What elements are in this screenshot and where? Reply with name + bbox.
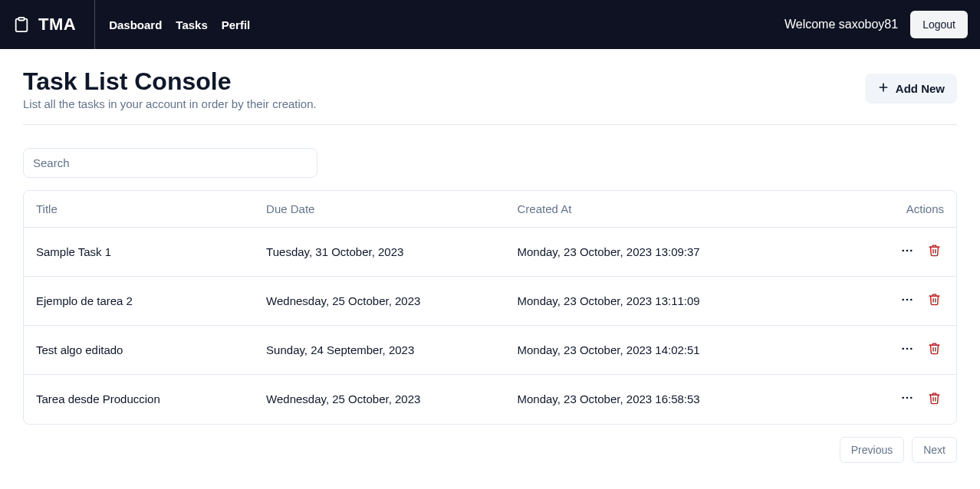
- cell-actions: [852, 241, 944, 263]
- svg-point-13: [906, 397, 909, 399]
- svg-point-6: [902, 298, 904, 300]
- cell-due: Wednesday, 25 October, 2023: [266, 392, 517, 405]
- page-subtitle: List all the tasks in your account in or…: [23, 97, 317, 110]
- table-row: Test algo editado Sunday, 24 September, …: [24, 326, 956, 375]
- svg-point-11: [910, 347, 913, 350]
- cell-created: Monday, 23 October, 2023 13:09:37: [517, 245, 852, 258]
- add-new-button[interactable]: Add New: [865, 74, 957, 103]
- ellipsis-icon: [900, 342, 914, 358]
- svg-point-5: [910, 249, 913, 251]
- logo-text: TMA: [38, 15, 76, 34]
- delete-button[interactable]: [925, 339, 944, 360]
- svg-point-12: [902, 397, 904, 399]
- column-header-title: Title: [36, 202, 266, 215]
- svg-point-10: [906, 347, 909, 350]
- column-header-actions: Actions: [852, 202, 944, 215]
- delete-button[interactable]: [925, 290, 944, 311]
- plus-icon: [877, 81, 890, 96]
- title-block: Task List Console List all the tasks in …: [23, 67, 317, 110]
- cell-created: Monday, 23 October, 2023 13:11:09: [517, 294, 852, 307]
- cell-actions: [852, 388, 944, 410]
- cell-created: Monday, 23 October, 2023 16:58:53: [517, 392, 852, 405]
- add-new-label: Add New: [896, 82, 945, 95]
- svg-point-9: [902, 347, 904, 350]
- search-input[interactable]: [23, 148, 317, 178]
- trash-icon: [928, 244, 941, 259]
- trash-icon: [928, 293, 941, 308]
- ellipsis-icon: [900, 391, 914, 407]
- nav-perfil[interactable]: Perfil: [222, 18, 251, 31]
- table-row: Tarea desde Produccion Wednesday, 25 Oct…: [24, 375, 956, 424]
- svg-rect-0: [18, 18, 24, 21]
- table-row: Sample Task 1 Tuesday, 31 October, 2023 …: [24, 228, 956, 277]
- svg-point-4: [906, 249, 909, 251]
- ellipsis-icon: [900, 293, 914, 309]
- cell-due: Wednesday, 25 October, 2023: [266, 294, 517, 307]
- cell-created: Monday, 23 October, 2023 14:02:51: [517, 343, 852, 356]
- column-header-created: Created At: [517, 202, 852, 215]
- previous-button[interactable]: Previous: [840, 437, 904, 463]
- page-title: Task List Console: [23, 67, 317, 96]
- cell-title: Sample Task 1: [36, 245, 266, 258]
- svg-point-3: [902, 249, 904, 251]
- more-button[interactable]: [897, 241, 917, 263]
- ellipsis-icon: [900, 244, 914, 260]
- logo-section: TMA: [12, 0, 95, 49]
- cell-due: Tuesday, 31 October, 2023: [266, 245, 517, 258]
- welcome-text: Welcome saxoboy81: [784, 18, 898, 31]
- title-row: Task List Console List all the tasks in …: [23, 67, 957, 125]
- main-content: Task List Console List all the tasks in …: [0, 49, 980, 481]
- cell-due: Sunday, 24 September, 2023: [266, 343, 517, 356]
- svg-point-14: [910, 397, 913, 399]
- delete-button[interactable]: [925, 389, 944, 410]
- table-header-row: Title Due Date Created At Actions: [24, 191, 956, 228]
- tasks-table: Title Due Date Created At Actions Sample…: [23, 190, 957, 425]
- cell-actions: [852, 290, 944, 312]
- column-header-due: Due Date: [266, 202, 517, 215]
- svg-point-8: [910, 298, 913, 300]
- more-button[interactable]: [897, 339, 917, 361]
- cell-title: Test algo editado: [36, 343, 266, 356]
- next-button[interactable]: Next: [912, 437, 957, 463]
- nav-dashboard[interactable]: Dasboard: [109, 18, 162, 31]
- pagination: Previous Next: [23, 437, 957, 463]
- trash-icon: [928, 342, 941, 357]
- svg-point-7: [906, 298, 909, 300]
- more-button[interactable]: [897, 290, 917, 312]
- delete-button[interactable]: [925, 241, 944, 262]
- clipboard-icon: [12, 15, 31, 34]
- more-button[interactable]: [897, 388, 917, 410]
- nav-tasks[interactable]: Tasks: [176, 18, 207, 31]
- trash-icon: [928, 392, 941, 407]
- cell-title: Tarea desde Produccion: [36, 392, 266, 405]
- main-nav: Dasboard Tasks Perfil: [109, 18, 250, 31]
- table-row: Ejemplo de tarea 2 Wednesday, 25 October…: [24, 277, 956, 326]
- logout-button[interactable]: Logout: [910, 11, 968, 38]
- cell-actions: [852, 339, 944, 361]
- cell-title: Ejemplo de tarea 2: [36, 294, 266, 307]
- app-header: TMA Dasboard Tasks Perfil Welcome saxobo…: [0, 0, 980, 49]
